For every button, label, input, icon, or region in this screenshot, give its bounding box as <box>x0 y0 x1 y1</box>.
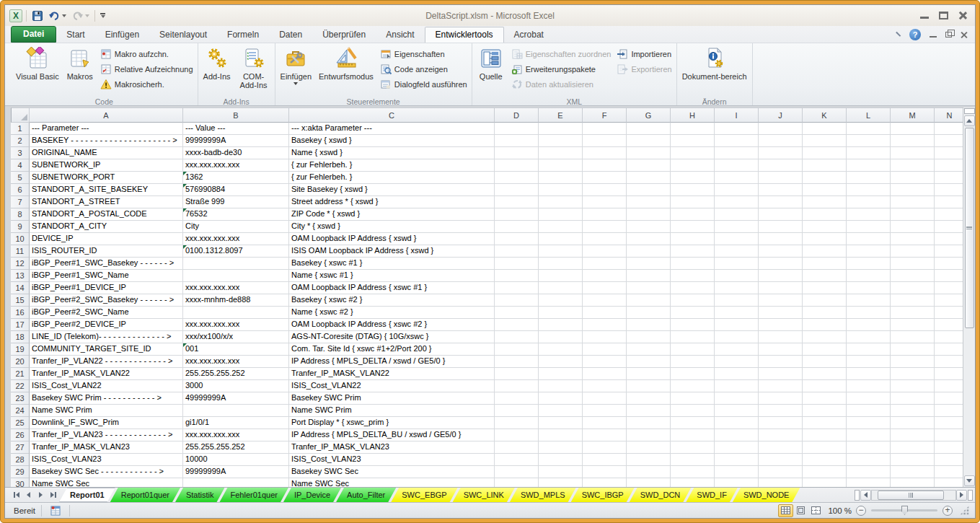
cell-A30[interactable]: Name SWC Sec <box>30 478 183 487</box>
cell-H23[interactable] <box>671 392 715 405</box>
cell-L18[interactable] <box>847 331 891 343</box>
cell-L3[interactable] <box>847 147 891 159</box>
cell-A5[interactable]: SUBNETWORK_PORT <box>30 172 183 184</box>
cell-M23[interactable] <box>891 392 935 405</box>
cell-A21[interactable]: Tranfer_IP_MASK_VLAN22 <box>30 368 183 380</box>
cell-D29[interactable] <box>495 466 539 478</box>
cell-B11[interactable]: 0100.1312.8097 <box>183 245 289 258</box>
cell-K1[interactable] <box>803 123 847 135</box>
cell-N28[interactable] <box>935 454 963 466</box>
cell-I24[interactable] <box>715 405 759 417</box>
cell-H16[interactable] <box>671 307 715 319</box>
daten-aktualisieren-button[interactable]: Daten aktualisieren <box>509 77 614 91</box>
cell-L26[interactable] <box>847 429 891 441</box>
cell-K5[interactable] <box>803 172 847 184</box>
ribbon-tab-acrobat[interactable]: Acrobat <box>504 27 554 43</box>
cell-J28[interactable] <box>759 454 803 466</box>
makrosicherheit-button[interactable]: Makrosicherh. <box>98 77 195 91</box>
cell-M13[interactable] <box>891 270 935 282</box>
cell-B4[interactable]: xxx.xxx.xxx.xxx <box>183 159 289 172</box>
cell-J1[interactable] <box>759 123 803 135</box>
cell-L12[interactable] <box>847 258 891 270</box>
cell-F3[interactable] <box>583 147 627 159</box>
cell-L11[interactable] <box>847 245 891 258</box>
cell-G21[interactable] <box>627 368 671 380</box>
cell-N3[interactable] <box>935 147 963 159</box>
vertical-scroll-thumb[interactable] <box>965 128 974 328</box>
cell-I3[interactable] <box>715 147 759 159</box>
cell-D3[interactable] <box>495 147 539 159</box>
cell-G6[interactable] <box>627 184 671 196</box>
cell-G2[interactable] <box>627 135 671 147</box>
last-sheet-button[interactable] <box>48 490 58 501</box>
cell-C23[interactable]: Basekey SWC Prim <box>289 392 495 405</box>
cell-E3[interactable] <box>539 147 583 159</box>
cell-N22[interactable] <box>935 380 963 392</box>
cell-B25[interactable]: gi1/0/1 <box>183 417 289 429</box>
cell-H4[interactable] <box>671 159 715 172</box>
cell-H18[interactable] <box>671 331 715 343</box>
cell-K30[interactable] <box>803 478 847 487</box>
cell-F16[interactable] <box>583 307 627 319</box>
cell-E10[interactable] <box>539 233 583 245</box>
cell-I28[interactable] <box>715 454 759 466</box>
cell-L15[interactable] <box>847 294 891 307</box>
cell-D22[interactable] <box>495 380 539 392</box>
cell-F29[interactable] <box>583 466 627 478</box>
cell-L17[interactable] <box>847 319 891 331</box>
cell-M24[interactable] <box>891 405 935 417</box>
cell-K13[interactable] <box>803 270 847 282</box>
row-header-27[interactable]: 27 <box>11 441 30 454</box>
row-header-25[interactable]: 25 <box>11 417 30 429</box>
row-header-24[interactable]: 24 <box>11 405 30 417</box>
cell-C12[interactable]: Basekey { xswc #1 } <box>289 258 495 270</box>
ribbon-tab-seitenlayout[interactable]: Seitenlayout <box>149 27 217 43</box>
cell-L13[interactable] <box>847 270 891 282</box>
row-header-11[interactable]: 11 <box>11 245 30 258</box>
cell-L4[interactable] <box>847 159 891 172</box>
sheet-tab-swd_mpls[interactable]: SWD_MPLS <box>510 488 576 502</box>
cell-L23[interactable] <box>847 392 891 405</box>
cell-I14[interactable] <box>715 282 759 294</box>
column-header-M[interactable]: M <box>891 107 935 123</box>
cell-B16[interactable] <box>183 307 289 319</box>
cell-N16[interactable] <box>935 307 963 319</box>
cell-M9[interactable] <box>891 221 935 233</box>
cell-G20[interactable] <box>627 356 671 368</box>
cell-B30[interactable] <box>183 478 289 487</box>
row-header-29[interactable]: 29 <box>11 466 30 478</box>
cell-I7[interactable] <box>715 196 759 208</box>
cell-D15[interactable] <box>495 294 539 307</box>
first-sheet-button[interactable] <box>11 490 22 501</box>
maximize-button[interactable] <box>939 12 948 19</box>
row-header-22[interactable]: 22 <box>11 380 30 392</box>
cell-J11[interactable] <box>759 245 803 258</box>
cell-A8[interactable]: STANDORT_A_POSTAL_CODE <box>30 208 183 221</box>
cell-K29[interactable] <box>803 466 847 478</box>
cell-J14[interactable] <box>759 282 803 294</box>
cell-J8[interactable] <box>759 208 803 221</box>
cell-E18[interactable] <box>539 331 583 343</box>
cell-M2[interactable] <box>891 135 935 147</box>
cell-A7[interactable]: STANDORT_A_STREET <box>30 196 183 208</box>
cell-E28[interactable] <box>539 454 583 466</box>
cell-I18[interactable] <box>715 331 759 343</box>
cell-C11[interactable]: ISIS OAM Loopback IP Address { xswd } <box>289 245 495 258</box>
column-header-I[interactable]: I <box>715 107 759 123</box>
cell-D21[interactable] <box>495 368 539 380</box>
cell-D14[interactable] <box>495 282 539 294</box>
cell-J4[interactable] <box>759 159 803 172</box>
cell-A18[interactable]: LINE_ID (Telekom)- - - - - - - - - - - -… <box>30 331 183 343</box>
cell-K27[interactable] <box>803 441 847 454</box>
cell-A3[interactable]: ORIGINAL_NAME <box>30 147 183 159</box>
cell-G8[interactable] <box>627 208 671 221</box>
cell-K4[interactable] <box>803 159 847 172</box>
cell-J26[interactable] <box>759 429 803 441</box>
cell-B2[interactable]: 99999999A <box>183 135 289 147</box>
cell-K24[interactable] <box>803 405 847 417</box>
cell-N2[interactable] <box>935 135 963 147</box>
cell-N20[interactable] <box>935 356 963 368</box>
cell-A13[interactable]: iBGP_Peer#1_SWC_Name <box>30 270 183 282</box>
normal-view-button[interactable] <box>778 504 793 517</box>
cell-A20[interactable]: Tranfer_IP_VLAN22 - - - - - - - - - - - … <box>30 356 183 368</box>
